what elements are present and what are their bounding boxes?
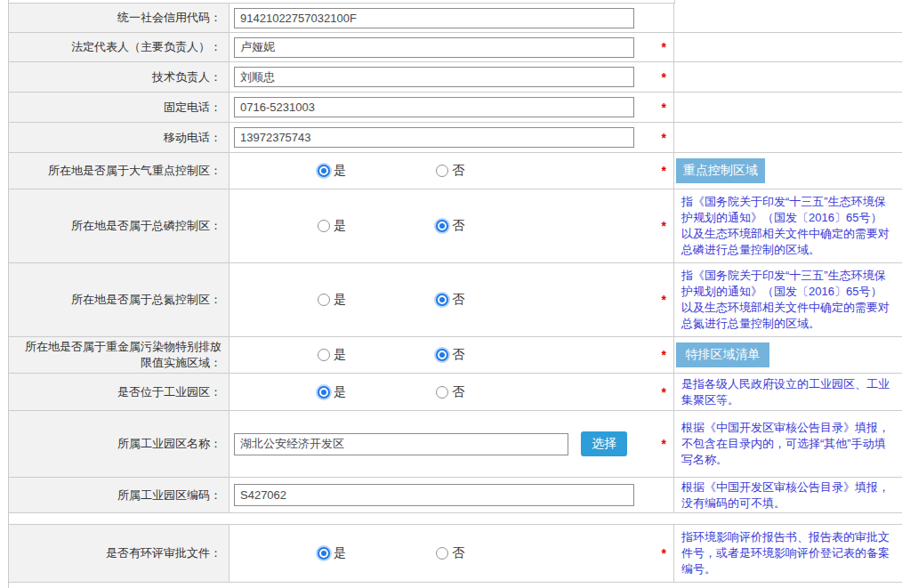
yes-no-radio-group: 是 否 [230, 545, 673, 561]
required-asterisk: * [662, 293, 666, 307]
radio-selected-icon[interactable] [436, 294, 448, 306]
radio-selected-icon[interactable] [318, 547, 330, 560]
row-phosphorus-control-zone: 所在地是否属于总磷控制区： 是 否 * 指《国务院关于印发“十三五”生态环境保护… [9, 189, 902, 263]
radio-no-label: 否 [452, 292, 464, 308]
row-in-industrial-park: 是否位于工业园区： 是 否 * 是指各级人民政府设立的工业园区、工业集聚区等。 [9, 374, 902, 411]
row-landline-phone: 固定电话： * [9, 93, 902, 123]
radio-unselected-icon[interactable] [436, 165, 448, 177]
radio-no-label: 否 [452, 218, 464, 234]
radio-unselected-icon[interactable] [318, 220, 330, 232]
legal-representative-input[interactable] [234, 37, 634, 58]
field-note: 指《国务院关于印发“十三五”生态环境保护规划的通知》（国发〔2016〕65号）以… [674, 263, 902, 336]
radio-selected-icon[interactable] [318, 165, 330, 177]
radio-unselected-icon[interactable] [436, 386, 448, 399]
radio-unselected-icon[interactable] [318, 294, 330, 306]
row-industrial-park-name: 所属工业园区名称： 选择 * 根据《中国开发区审核公告目录》填报，不包含在目录内… [9, 411, 902, 478]
radio-selected-icon[interactable] [436, 220, 448, 232]
field-content: 是 否 * [230, 374, 674, 410]
radio-option-no[interactable]: 否 [436, 218, 464, 234]
radio-yes-label: 是 [334, 347, 346, 363]
form-container: 统一社会信用代码： 法定代表人（主要负责人）： * 技术负责人： * [8, 0, 902, 588]
required-asterisk: * [662, 385, 666, 399]
field-label-text: 固定电话： [164, 100, 221, 116]
row-credit-code: 统一社会信用代码： [9, 4, 902, 33]
field-label: 法定代表人（主要负责人）： [9, 33, 230, 61]
field-label: 所属工业园区名称： [9, 411, 230, 477]
radio-option-yes[interactable]: 是 [318, 384, 346, 400]
help-text: 是指各级人民政府设立的工业园区、工业集聚区等。 [676, 376, 893, 408]
required-asterisk: * [662, 101, 666, 115]
radio-option-yes[interactable]: 是 [318, 347, 346, 363]
mobile-phone-input[interactable] [234, 127, 634, 148]
partial-cell [9, 0, 675, 3]
radio-unselected-icon[interactable] [318, 349, 330, 361]
field-label-text: 移动电话： [164, 130, 221, 146]
row-legal-representative: 法定代表人（主要负责人）： * [9, 33, 902, 62]
table-section-gap [9, 513, 902, 524]
yes-no-radio-group: 是 否 [230, 292, 673, 308]
field-content: * [230, 123, 674, 152]
radio-option-yes[interactable]: 是 [318, 545, 346, 561]
radio-option-no[interactable]: 否 [436, 163, 464, 179]
radio-option-no[interactable]: 否 [436, 384, 464, 400]
help-text: 指《国务院关于印发“十三五”生态环境保护规划的通知》（国发〔2016〕65号）以… [676, 194, 893, 258]
select-park-button[interactable]: 选择 [581, 431, 627, 456]
credit-code-input[interactable] [234, 8, 634, 28]
field-content: 是 否 * [230, 189, 674, 262]
field-label: 所在地是否属于重金属污染物特别排放限值实施区域： [9, 337, 230, 373]
field-label: 统一社会信用代码： [9, 4, 230, 32]
required-asterisk: * [662, 40, 666, 54]
radio-yes-label: 是 [334, 163, 346, 179]
technical-lead-input[interactable] [234, 67, 634, 87]
required-asterisk: * [662, 437, 666, 451]
eia-info-table: 是否有环评审批文件： 是 否 * 指环境影响评价报告书、报告表的审批文件号，或者… [9, 524, 902, 588]
radio-no-label: 否 [452, 347, 464, 363]
radio-no-label: 否 [452, 163, 464, 179]
row-industrial-park-code: 所属工业园区编码： 根据《中国开发区审核公告目录》填报，没有编码的可不填。 [9, 478, 902, 513]
partial-bottom-row [9, 583, 902, 588]
field-label: 所属工业园区编码： [9, 478, 230, 512]
field-note: 指《国务院关于印发“十三五”生态环境保护规划的通知》（国发〔2016〕65号）以… [674, 189, 902, 262]
field-note: 重点控制区域 [674, 153, 902, 189]
radio-unselected-icon[interactable] [436, 547, 448, 560]
radio-option-yes[interactable]: 是 [318, 218, 346, 234]
field-content: * [230, 33, 674, 61]
radio-selected-icon[interactable] [318, 386, 330, 399]
industrial-park-code-input[interactable] [234, 484, 634, 506]
radio-yes-label: 是 [334, 218, 346, 234]
radio-option-yes[interactable]: 是 [318, 292, 346, 308]
field-content [230, 478, 674, 512]
field-label-text: 是否位于工业园区： [117, 384, 221, 400]
field-label-text: 所在地是否属于大气重点控制区： [48, 163, 221, 179]
yes-no-radio-group: 是 否 [230, 384, 673, 400]
field-note: 根据《中国开发区审核公告目录》填报，不包含在目录内的，可选择“其他”手动填写名称… [674, 411, 902, 477]
field-label-text: 技术负责人： [152, 69, 221, 85]
landline-phone-input[interactable] [234, 97, 634, 117]
field-content [230, 4, 674, 32]
field-note [674, 123, 902, 152]
field-content: 选择 * [230, 411, 674, 477]
radio-option-yes[interactable]: 是 [318, 163, 346, 179]
field-label: 所在地是否属于总磷控制区： [9, 189, 230, 262]
radio-option-no[interactable]: 否 [436, 545, 464, 561]
radio-no-label: 否 [452, 545, 464, 561]
field-note [674, 33, 902, 61]
radio-selected-icon[interactable] [436, 349, 448, 361]
field-label: 所在地是否属于总氮控制区： [9, 263, 230, 336]
field-note: 指环境影响评价报告书、报告表的审批文件号，或者是环境影响评价登记表的备案编号。 [674, 525, 902, 582]
field-note: 根据《中国开发区审核公告目录》填报，没有编码的可不填。 [674, 478, 902, 512]
row-has-eia-approval: 是否有环评审批文件： 是 否 * 指环境影响评价报告书、报告表的审批文件号，或者… [9, 525, 902, 583]
field-note: 特排区域清单 [674, 337, 902, 373]
radio-option-no[interactable]: 否 [436, 292, 464, 308]
radio-option-no[interactable]: 否 [436, 347, 464, 363]
required-asterisk: * [662, 219, 666, 233]
field-label-text: 统一社会信用代码： [117, 10, 221, 26]
field-note [674, 62, 902, 92]
yes-no-radio-group: 是 否 [230, 218, 673, 234]
special-emission-list-button[interactable]: 特排区域清单 [676, 342, 769, 367]
row-nitrogen-control-zone: 所在地是否属于总氮控制区： 是 否 * 指《国务院关于印发“十三五”生态环境保护… [9, 263, 902, 337]
field-label: 是否位于工业园区： [9, 374, 230, 410]
key-control-zone-button[interactable]: 重点控制区域 [676, 158, 765, 183]
industrial-park-name-input[interactable] [234, 433, 568, 455]
field-label-text: 法定代表人（主要负责人）： [71, 39, 221, 55]
